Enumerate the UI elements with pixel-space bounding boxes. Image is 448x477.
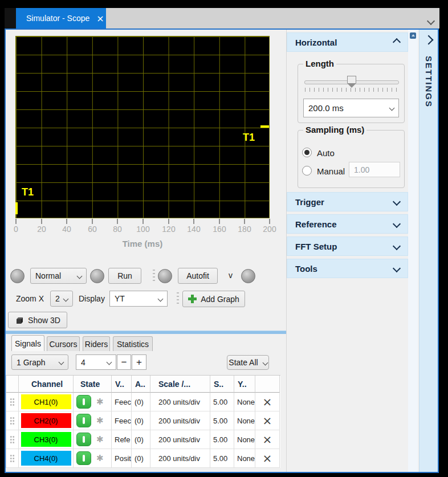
y-cell[interactable]: None xyxy=(234,430,255,449)
value-cell[interactable]: Feec xyxy=(112,393,132,411)
channel-cell[interactable]: CH2(0) xyxy=(19,411,74,430)
col-header-state[interactable]: State xyxy=(74,376,112,393)
tab-riders[interactable]: Riders xyxy=(83,336,110,351)
y-cell[interactable]: None xyxy=(234,449,255,468)
alias-cell[interactable]: (0) xyxy=(132,411,150,430)
tab-overflow-chevron-icon[interactable] xyxy=(428,16,434,26)
x-axis-tick-label: 140 xyxy=(181,225,206,234)
asterisk-icon[interactable]: ✱ xyxy=(96,397,104,407)
x-axis-tickmark xyxy=(193,219,194,224)
channel-cell[interactable]: CH1(0) xyxy=(19,393,74,411)
alias-cell[interactable]: (0) xyxy=(132,393,150,411)
remove-row-button[interactable]: × xyxy=(255,449,280,468)
alias-cell[interactable]: (0) xyxy=(132,430,150,449)
scale-cell[interactable]: 200 units/div xyxy=(150,411,210,430)
section-horizontal-header[interactable]: Horizontal xyxy=(287,32,408,52)
remove-row-button[interactable]: × xyxy=(255,411,280,430)
sampling-manual-input[interactable]: 1.00 xyxy=(349,162,400,177)
state-toggle[interactable] xyxy=(76,414,91,427)
drag-handle-icon[interactable] xyxy=(6,430,19,449)
col-header-s[interactable]: S.. xyxy=(210,376,234,393)
drag-handle-icon[interactable] xyxy=(6,411,19,430)
drag-handle-icon[interactable] xyxy=(6,449,19,468)
scope-plot[interactable]: T1 T1 xyxy=(15,36,270,218)
section-reference-header[interactable]: Reference xyxy=(287,214,408,234)
autofit-more-toggle[interactable]: v xyxy=(229,271,233,280)
channel-swatch[interactable]: CH3(0) xyxy=(21,432,71,447)
drag-handle-icon[interactable] xyxy=(6,393,19,411)
remove-row-button[interactable]: × xyxy=(255,393,280,411)
collapse-panel-chevron-icon[interactable] xyxy=(424,35,434,45)
close-icon[interactable]: × xyxy=(96,13,104,24)
zoom-x-select[interactable]: 2 xyxy=(50,291,73,307)
sampling-auto-radio[interactable] xyxy=(302,148,312,157)
y-cell[interactable]: None xyxy=(234,411,255,430)
section-fft-setup-header[interactable]: FFT Setup xyxy=(287,237,408,256)
chevron-down-icon xyxy=(393,220,401,228)
add-graph-button[interactable]: Add Graph xyxy=(182,291,245,307)
chevron-down-icon xyxy=(389,105,395,111)
channel-swatch[interactable]: CH1(0) xyxy=(21,394,71,409)
s-cell[interactable]: 5.00 xyxy=(210,430,234,449)
horizontal-splitter[interactable] xyxy=(6,331,287,334)
run-button[interactable]: Run xyxy=(108,268,141,284)
scale-cell[interactable]: 200 units/div xyxy=(150,430,210,449)
value-cell[interactable]: Posit xyxy=(112,449,132,468)
state-all-button[interactable]: State All xyxy=(227,355,269,370)
s-cell[interactable]: 5.00 xyxy=(210,449,234,468)
col-header-y[interactable]: Y.. xyxy=(234,376,255,393)
scale-cell[interactable]: 200 units/div xyxy=(150,449,210,468)
s-cell[interactable]: 5.00 xyxy=(210,393,234,411)
show-3d-button[interactable]: Show 3D xyxy=(8,312,67,328)
tab-cursors[interactable]: Cursors xyxy=(47,336,80,351)
trigger-label-bottom[interactable]: T1 xyxy=(22,186,34,198)
alias-cell[interactable]: (0) xyxy=(132,449,150,468)
length-select[interactable]: 200.0 ms xyxy=(303,99,399,117)
s-cell[interactable]: 5.00 xyxy=(210,411,234,430)
state-all-label: State All xyxy=(229,358,258,367)
state-cell: ✱ xyxy=(74,449,112,468)
settings-side-tab[interactable]: SETTINGS xyxy=(419,30,438,472)
length-slider-thumb[interactable] xyxy=(347,76,356,83)
display-select[interactable]: YT xyxy=(109,291,168,307)
trigger-label-top[interactable]: T1 xyxy=(243,132,255,144)
autofit-button[interactable]: Autofit xyxy=(178,268,218,284)
state-cell: ✱ xyxy=(74,393,112,411)
tab-simulator-scope[interactable]: Simulator - Scope × xyxy=(16,8,106,28)
channel-count-select[interactable]: 4 xyxy=(76,354,116,370)
trigger-marker-dash[interactable] xyxy=(260,125,269,128)
trigger-marker-bar[interactable] xyxy=(15,202,18,214)
asterisk-icon[interactable]: ✱ xyxy=(96,415,104,426)
col-header-channel[interactable]: Channel xyxy=(19,376,74,393)
state-toggle[interactable] xyxy=(76,451,91,465)
decrement-button[interactable]: − xyxy=(117,354,131,370)
asterisk-icon[interactable]: ✱ xyxy=(96,453,104,463)
col-header-v[interactable]: V.. xyxy=(112,376,132,393)
x-axis-tickmark xyxy=(117,219,118,224)
graph-count-select[interactable]: 1 Graph xyxy=(11,354,68,370)
scale-cell[interactable]: 200 units/div xyxy=(150,393,210,411)
section-tools-header[interactable]: Tools xyxy=(287,259,408,278)
value-cell[interactable]: Feec xyxy=(112,411,132,430)
state-toggle[interactable] xyxy=(76,433,91,446)
channel-cell[interactable]: CH4(0) xyxy=(19,449,74,468)
remove-row-button[interactable]: × xyxy=(255,430,280,449)
channel-swatch[interactable]: CH2(0) xyxy=(21,413,71,428)
tab-signals[interactable]: Signals xyxy=(11,335,44,351)
col-header-scale[interactable]: Scale /... xyxy=(150,376,210,393)
section-trigger-header[interactable]: Trigger xyxy=(287,192,408,211)
x-axis-tick-label: 80 xyxy=(105,225,130,234)
col-header-a[interactable]: A.. xyxy=(132,376,150,393)
increment-button[interactable]: + xyxy=(132,354,146,370)
asterisk-icon[interactable]: ✱ xyxy=(96,434,104,445)
channel-cell[interactable]: CH3(0) xyxy=(19,430,74,449)
y-cell[interactable]: None xyxy=(234,393,255,411)
pin-icon[interactable] xyxy=(410,32,416,39)
tab-bar-corner xyxy=(5,8,16,28)
channel-swatch[interactable]: CH4(0) xyxy=(21,451,71,466)
sampling-manual-radio[interactable] xyxy=(302,166,312,176)
tab-statistics[interactable]: Statistics xyxy=(113,336,153,351)
value-cell[interactable]: Refe xyxy=(112,430,132,449)
mode-select[interactable]: Normal xyxy=(30,268,87,284)
state-toggle[interactable] xyxy=(76,395,91,409)
